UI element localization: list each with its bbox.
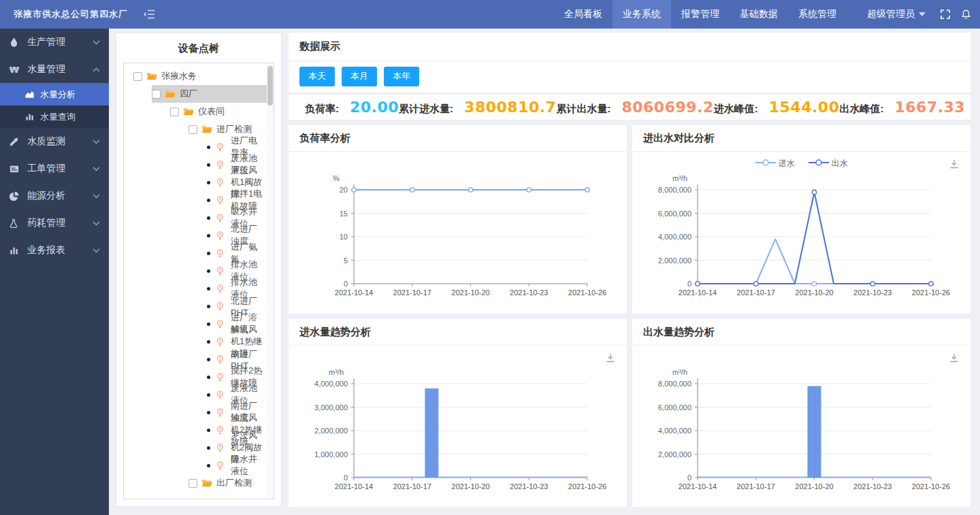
tree-checkbox[interactable] (133, 72, 142, 81)
tree-bullet (207, 393, 210, 397)
top-nav-system-management[interactable]: 系统管理 (788, 0, 847, 29)
stat-inflow-peak: 进水峰值:1544.00 (714, 99, 840, 116)
flask-icon (9, 218, 20, 229)
tree-folder-row[interactable]: 张掖水务 (124, 67, 274, 85)
data-display-panel: 数据展示 本天本月本年 负荷率:20.00累计进水量:3800810.7累计出水… (289, 33, 970, 507)
svg-text:2021-10-20: 2021-10-20 (451, 482, 489, 491)
tree-bullet (207, 358, 210, 361)
folder-icon (201, 124, 212, 134)
chart-legend: 进水出水 (755, 158, 848, 169)
sidebar-subitem-label: 水量分析 (40, 88, 76, 101)
svg-text:2021-10-17: 2021-10-17 (737, 288, 775, 297)
legend-item-inflow[interactable]: 进水 (755, 158, 795, 169)
tree-bullet (207, 464, 210, 467)
sidebar-item-work-order[interactable]: 工单管理 (0, 155, 109, 182)
chevron-down-icon (93, 248, 100, 253)
chart-title: 进出水对比分析 (632, 125, 970, 152)
svg-text:5: 5 (344, 256, 348, 265)
tree-bullet (207, 234, 210, 237)
stat-inflow-peak-label: 进水峰值: (714, 103, 758, 116)
inflow-outflow-comparison-card: 进出水对比分析进水出水02,000,0004,000,0006,000,0008… (632, 125, 970, 314)
svg-text:2021-10-23: 2021-10-23 (510, 288, 548, 297)
sidebar-collapse-icon[interactable] (142, 7, 157, 22)
page-title: 数据展示 (289, 33, 970, 61)
tree-bullet (207, 305, 210, 308)
chart-canvas: 02,000,0004,000,0006,000,0008,000,000m³/… (638, 367, 965, 498)
droplet-icon (9, 37, 20, 48)
point-icon (216, 142, 227, 152)
svg-text:2021-10-17: 2021-10-17 (737, 482, 775, 491)
inflow-trend-card: 进水量趋势分析01,000,0002,000,0003,000,0004,000… (289, 319, 627, 508)
sidebar-item-energy-analysis[interactable]: 能源分析 (0, 182, 109, 210)
tree-scrollbar-thumb[interactable] (267, 66, 273, 105)
svg-text:m³/h: m³/h (329, 368, 344, 376)
range-this-year-button[interactable]: 本年 (384, 67, 419, 86)
tree-node-label: 张掖水务 (161, 70, 197, 82)
sidebar-item-water-volume[interactable]: ₩水量管理 (0, 56, 109, 83)
sidebar-item-chemical[interactable]: 药耗管理 (0, 210, 109, 237)
user-name: 超级管理员 (867, 8, 915, 20)
sidebar-item-label: 水质监测 (27, 135, 65, 148)
load-rate-analysis-card: 负荷率分析05101520%2021-10-142021-10-172021-1… (289, 125, 627, 314)
svg-text:6,000,000: 6,000,000 (658, 210, 691, 218)
sidebar-item-label: 能源分析 (27, 190, 65, 202)
tree-checkbox[interactable] (170, 107, 179, 116)
folder-icon (146, 71, 157, 81)
tree-checkbox[interactable] (189, 125, 197, 134)
sidebar-item-label: 业务报表 (27, 244, 65, 256)
svg-text:2021-10-20: 2021-10-20 (795, 288, 833, 297)
stat-load-rate-label: 负荷率: (305, 103, 339, 116)
tree-bullet (207, 429, 210, 432)
download-icon[interactable] (949, 159, 960, 169)
tree-folder-row[interactable]: 四厂 (124, 85, 274, 103)
range-this-month-button[interactable]: 本月 (342, 67, 377, 86)
legend-item-outflow[interactable]: 出水 (808, 158, 848, 169)
stat-cumulative-inflow-value: 3800810.7 (464, 99, 556, 116)
legend-label: 进水 (779, 158, 795, 169)
chart-title: 负荷率分析 (289, 125, 627, 152)
point-icon (216, 425, 227, 435)
tree-folder-row[interactable]: 仪表间 (124, 103, 274, 120)
download-icon[interactable] (605, 352, 616, 363)
tree-folder-row[interactable]: 出厂检测 (124, 474, 274, 492)
range-toolbar: 本天本月本年 (289, 61, 970, 93)
svg-text:0: 0 (687, 474, 691, 482)
tree-bullet (207, 146, 210, 149)
tree-bullet (207, 446, 210, 450)
svg-text:2021-10-17: 2021-10-17 (393, 288, 431, 297)
sidebar-subitem-water-query[interactable]: 水量查询 (0, 105, 109, 128)
svg-text:10: 10 (340, 233, 348, 241)
sidebar-item-label: 药耗管理 (27, 217, 65, 229)
fullscreen-icon[interactable] (935, 4, 956, 24)
tree-checkbox[interactable] (189, 479, 197, 488)
top-nav-business-system[interactable]: 业务系统 (612, 0, 671, 29)
column-chart-icon (24, 112, 35, 122)
chevron-down-icon (93, 40, 100, 45)
svg-text:2021-10-20: 2021-10-20 (451, 288, 489, 297)
sidebar-subitem-water-analysis[interactable]: 水量分析 (0, 83, 109, 105)
folder-icon (165, 89, 176, 99)
svg-text:2021-10-20: 2021-10-20 (795, 482, 833, 491)
tree-point-row[interactable]: 吸水井液位 (124, 456, 274, 474)
user-menu[interactable]: 超级管理员 (867, 8, 926, 20)
svg-text:0: 0 (344, 280, 348, 288)
svg-text:2,000,000: 2,000,000 (658, 256, 691, 265)
stat-outflow-peak-value: 1667.33 (894, 99, 965, 116)
top-nav-global-board[interactable]: 全局看板 (554, 0, 612, 29)
top-bar: 张掖市供水总公司第四水厂 全局看板业务系统报警管理基础数据系统管理 超级管理员 (0, 0, 980, 29)
svg-text:8,000,000: 8,000,000 (658, 186, 691, 194)
chart-toolbar (294, 153, 621, 173)
svg-text:2021-10-23: 2021-10-23 (510, 482, 548, 491)
sidebar-item-water-quality[interactable]: 水质监测 (0, 128, 109, 155)
sidebar-item-production[interactable]: 生产管理 (0, 29, 109, 56)
stat-cumulative-inflow: 累计进水量:3800810.7 (399, 99, 556, 116)
notification-bell-icon[interactable] (956, 4, 976, 24)
sidebar-item-report[interactable]: 业务报表 (0, 237, 109, 264)
tree-checkbox[interactable] (152, 90, 161, 99)
pie-chart-icon (9, 190, 20, 202)
tree-scrollbar[interactable] (267, 63, 274, 499)
range-today-button[interactable]: 本天 (299, 67, 335, 86)
top-nav-basic-data[interactable]: 基础数据 (730, 0, 788, 29)
download-icon[interactable] (949, 352, 960, 363)
top-nav-alarm-management[interactable]: 报警管理 (671, 0, 730, 29)
